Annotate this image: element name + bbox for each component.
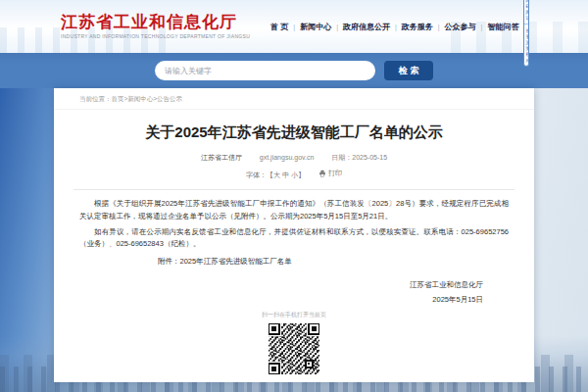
site-logo[interactable]: 江苏省工业和信息化厅 INDUSTRY AND INFORMATION TECH…: [61, 14, 250, 39]
accessibility-reading-button[interactable]: 无障碍阅读: [524, 0, 528, 24]
site-logo-title: 江苏省工业和信息化厅: [61, 14, 250, 32]
font-size-control[interactable]: 字体：【大 中 小】: [246, 171, 305, 180]
main-nav: 首 页 | 新闻中心 | 政府信息公开 | 政务服务 | 公众参与 | 智能问答: [266, 22, 523, 32]
attachment-link[interactable]: 附件：2025年江苏省先进级智能工厂名单: [158, 257, 509, 267]
nav-item-news[interactable]: 新闻中心: [295, 22, 336, 32]
nav-item-participation[interactable]: 公众参与: [440, 22, 481, 32]
article-paragraph: 如有异议，请在公示期内实名反馈省工业和信息化厅，并提供佐证材料和联系方式，以便核…: [79, 226, 509, 252]
article-body: 根据《关于组织开展2025年江苏省先进级智能工厂申报工作的通知》（苏工信装发〔2…: [54, 190, 534, 251]
article-paragraph: 根据《关于组织开展2025年江苏省先进级智能工厂申报工作的通知》（苏工信装发〔2…: [79, 198, 509, 223]
page-background: 当前位置：首页>新闻中心>公告公示 关于2025年江苏省先进级智能工厂名单的公示…: [0, 88, 588, 392]
article-date: 日期：2025-05-15: [331, 154, 387, 161]
search-input[interactable]: [155, 61, 375, 80]
page-title: 关于2025年江苏省先进级智能工厂名单的公示: [54, 123, 534, 142]
nav-item-info-disclosure[interactable]: 政府信息公开: [338, 22, 395, 32]
accessibility-box: 无障碍阅读 长者浏览模式: [523, 0, 529, 67]
qr-caption: 扫一扫在手机打开当前页: [54, 311, 534, 319]
nav-item-services[interactable]: 政务服务: [397, 22, 438, 32]
article-website: gxt.jiangsu.gov.cn: [260, 154, 315, 161]
nav-item-smart-qa[interactable]: 智能问答: [482, 22, 523, 32]
signature-department: 江苏省工业和信息化厅: [54, 277, 483, 292]
article-source: 江苏省工信厅: [201, 154, 242, 161]
article-meta: 江苏省工信厅 gxt.jiangsu.gov.cn 日期：2025-05-15: [54, 153, 534, 163]
printer-icon: [318, 170, 326, 177]
article-panel: 当前位置：首页>新闻中心>公告公示 关于2025年江苏省先进级智能工厂名单的公示…: [54, 88, 534, 382]
print-control[interactable]: 打印: [318, 169, 342, 178]
signature-date: 2025年5月15日: [54, 292, 483, 307]
search-band: 检索: [0, 53, 588, 88]
print-label: 打印: [328, 169, 342, 178]
qr-code: [267, 321, 321, 376]
elder-mode-button[interactable]: 长者浏览模式: [524, 24, 528, 66]
site-logo-subtitle: INDUSTRY AND INFORMATION TECHNOLOGY DEPA…: [61, 34, 250, 40]
qr-wrap: [54, 321, 534, 380]
signature-block: 江苏省工业和信息化厅 2025年5月15日: [54, 277, 534, 307]
breadcrumb[interactable]: 当前位置：首页>新闻中心>公告公示: [54, 88, 534, 110]
search-button[interactable]: 检索: [384, 61, 433, 80]
article-tools: 字体：【大 中 小】 打印: [54, 169, 534, 180]
nav-item-home[interactable]: 首 页: [266, 22, 293, 32]
top-header: 江苏省工业和信息化厅 INDUSTRY AND INFORMATION TECH…: [0, 0, 588, 53]
